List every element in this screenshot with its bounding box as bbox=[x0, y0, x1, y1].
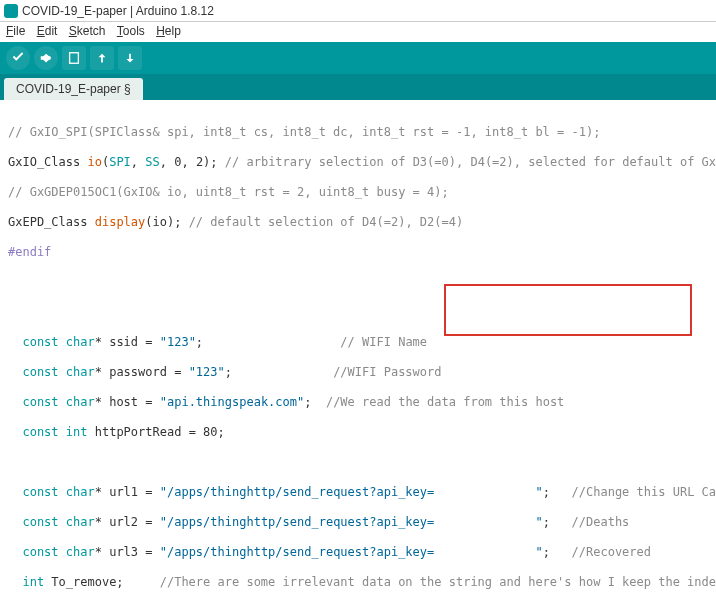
code-editor[interactable]: // GxIO_SPI(SPIClass& spi, int8_t cs, in… bbox=[0, 100, 716, 600]
open-button[interactable] bbox=[90, 46, 114, 70]
sketch-tab[interactable]: COVID-19_E-paper § bbox=[4, 78, 143, 100]
menu-help[interactable]: Help bbox=[156, 24, 181, 38]
toolbar bbox=[0, 42, 716, 74]
new-button[interactable] bbox=[62, 46, 86, 70]
window-title-bar: COVID-19_E-paper | Arduino 1.8.12 bbox=[0, 0, 716, 22]
menu-edit[interactable]: Edit bbox=[37, 24, 58, 38]
tab-bar: COVID-19_E-paper § bbox=[0, 74, 716, 100]
upload-button[interactable] bbox=[34, 46, 58, 70]
menu-file[interactable]: File bbox=[6, 24, 25, 38]
arduino-app-icon bbox=[4, 4, 18, 18]
code-comment: // GxIO_SPI(SPIClass& spi, int8_t cs, in… bbox=[8, 125, 600, 139]
window-title: COVID-19_E-paper | Arduino 1.8.12 bbox=[22, 4, 214, 18]
menu-tools[interactable]: Tools bbox=[117, 24, 145, 38]
save-button[interactable] bbox=[118, 46, 142, 70]
menu-bar: File Edit Sketch Tools Help bbox=[0, 22, 716, 42]
menu-sketch[interactable]: Sketch bbox=[69, 24, 106, 38]
verify-button[interactable] bbox=[6, 46, 30, 70]
svg-rect-0 bbox=[70, 53, 79, 64]
